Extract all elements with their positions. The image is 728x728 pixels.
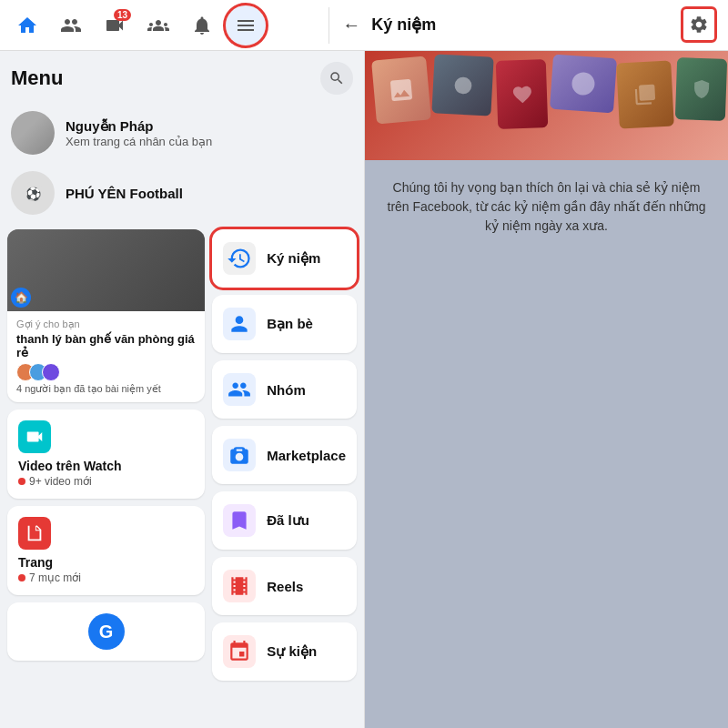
marketplace-icon [223,439,256,471]
video-nav-btn[interactable]: 13 [95,5,135,46]
home-badge-icon: 🏠 [11,288,31,308]
post-card-image: 🏠 [7,229,205,311]
su-kien-icon [223,635,256,668]
home-nav-btn[interactable] [7,5,47,46]
profile-sub: Xem trang cá nhân của bạn [66,135,212,148]
top-navigation: 13 ← Ký niệm [0,0,728,51]
post-title: thanh lý bàn ghế văn phòng giá rẻ [16,332,196,359]
post-meta: 4 người bạn đã tạo bài niệm yết [16,383,196,395]
group-row[interactable]: ⚽ PHÚ YÊN Football [7,166,357,229]
search-button[interactable] [320,62,353,95]
nav-divider [329,7,329,44]
ky-niem-label: Ký niệm [267,250,320,267]
memory-thumb-5 [616,60,674,128]
nhom-icon [223,373,256,406]
settings-button[interactable] [681,6,717,43]
da-luu-icon [223,504,256,537]
video-title: Video trên Watch [18,459,194,473]
left-panel: Menu Nguyễn Pháp Xem trang cá nhân của b… [0,51,364,728]
menu-header: Menu [7,62,357,106]
profile-name: Nguyễn Pháp [66,118,212,135]
ky-niem-icon [223,242,256,275]
post-card-body: Gợi ý cho bạn thanh lý bàn ghế văn phòng… [7,311,205,402]
g-card[interactable]: G [7,602,205,661]
content-grid: 🏠 Gợi ý cho bạn thanh lý bàn ghế văn phò… [7,229,357,681]
memory-thumb-2 [431,54,493,116]
right-panel: Chúng tôi hy vọng bạn thích ôn lại và ch… [365,51,728,728]
memories-banner-content [365,51,728,160]
groups-nav-btn[interactable] [138,5,178,46]
ban-be-icon [223,308,256,340]
profile-info: Nguyễn Pháp Xem trang cá nhân của bạn [66,118,212,148]
trang-badge-row: 7 mục mới [18,571,194,584]
nhom-label: Nhóm [267,382,306,398]
post-avatars [16,363,196,381]
memories-desc-text: Chúng tôi hy vọng bạn thích ôn lại và ch… [383,178,710,236]
menu-item-nhom[interactable]: Nhóm [212,360,357,419]
video-badge-row: 9+ video mới [18,475,194,488]
profile-avatar [11,111,55,155]
menu-nav-btn[interactable] [226,5,266,46]
memories-description: Chúng tôi hy vọng bạn thích ôn lại và ch… [365,160,728,254]
friends-nav-btn[interactable] [51,5,91,46]
g-icon: G [88,613,125,650]
menu-item-marketplace[interactable]: Marketplace [212,426,357,484]
right-panel-header: ← Ký niệm [331,0,728,51]
ban-be-label: Bạn bè [267,316,313,332]
menu-item-reels[interactable]: Reels [212,557,357,615]
group-name: PHÚ YÊN Football [66,186,183,201]
left-cards-column: 🏠 Gợi ý cho bạn thanh lý bàn ghế văn phò… [7,229,205,681]
trang-card[interactable]: Trang 7 mục mới [7,506,205,595]
menu-title: Menu [11,66,63,90]
menu-item-da-luu[interactable]: Đã lưu [212,491,357,550]
video-watch-card[interactable]: Video trên Watch 9+ video mới [7,410,205,499]
group-avatar: ⚽ [11,171,55,215]
memory-thumb-4 [550,55,617,114]
trang-icon [18,517,51,550]
trang-title: Trang [18,555,194,570]
trang-sub: 7 mục mới [29,571,81,584]
video-red-dot [18,478,25,485]
bell-nav-btn[interactable] [182,5,222,46]
right-panel-title: Ký niệm [371,15,670,35]
right-menu-column: Ký niệm Bạn bè Nhóm [212,229,357,681]
main-layout: Menu Nguyễn Pháp Xem trang cá nhân của b… [0,51,728,728]
memory-thumb-1 [371,56,431,125]
back-button[interactable]: ← [342,15,360,35]
post-avatar-3 [42,363,60,381]
marketplace-label: Marketplace [267,448,346,463]
reels-label: Reels [267,579,303,594]
svg-point-2 [237,583,243,590]
memory-thumb-3 [496,59,549,129]
trang-red-dot [18,574,25,581]
menu-item-su-kien[interactable]: Sự kiện [212,622,357,681]
svg-text:⚽: ⚽ [25,187,42,202]
video-badge: 13 [114,9,131,21]
menu-item-ky-niem[interactable]: Ký niệm [212,229,357,288]
profile-row[interactable]: Nguyễn Pháp Xem trang cá nhân của bạn [7,106,357,166]
video-sub: 9+ video mới [29,475,92,488]
nav-icons-left: 13 [0,5,327,46]
post-suggestion-label: Gợi ý cho bạn [16,318,196,330]
svg-point-3 [454,76,472,95]
memories-banner [365,51,728,160]
video-watch-icon [18,420,51,453]
memory-thumb-6 [675,57,727,121]
post-image-bg [7,229,205,311]
menu-item-ban-be[interactable]: Bạn bè [212,295,357,353]
su-kien-label: Sự kiện [267,643,317,660]
reels-icon [223,570,256,602]
da-luu-label: Đã lưu [267,512,309,529]
marketplace-post-card[interactable]: 🏠 Gợi ý cho bạn thanh lý bàn ghế văn phò… [7,229,205,402]
